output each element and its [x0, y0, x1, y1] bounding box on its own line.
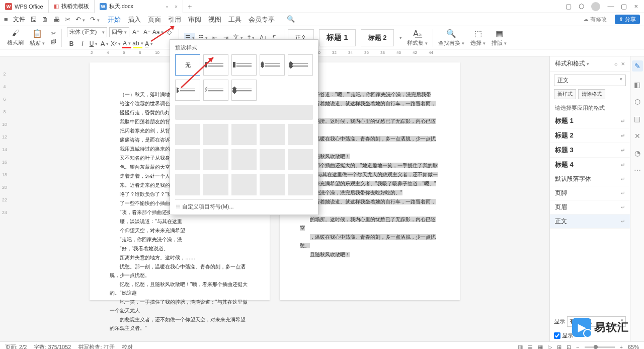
zoom-fit-icon[interactable]: ⊡ [567, 344, 571, 350]
spell-status[interactable]: 拼写检查: 打开 [78, 343, 114, 350]
bullet-placeholder[interactable] [260, 149, 285, 170]
tab-page[interactable]: 页面 [148, 15, 161, 24]
tab-reference[interactable]: 引用 [168, 15, 181, 24]
font-color-icon[interactable]: A▾ [122, 39, 131, 48]
bullet-placeholder[interactable] [288, 149, 313, 170]
bullet-placeholder[interactable] [175, 174, 200, 195]
highlight-icon[interactable]: ab▾ [133, 39, 142, 48]
style-item[interactable]: 默认段落字体↵ [550, 172, 630, 186]
tab-member[interactable]: 会员专享 [249, 15, 275, 24]
style-item[interactable]: 标题 1↵ [550, 114, 630, 128]
page-indicator[interactable]: 页面: 2/2 [5, 343, 27, 350]
tab-review[interactable]: 审阅 [188, 15, 201, 24]
tools-icon[interactable]: ✕ [634, 132, 640, 140]
close-icon[interactable]: × [175, 4, 178, 10]
zoom-slider[interactable] [585, 346, 615, 348]
minimize-icon[interactable]: — [607, 3, 614, 10]
paste-group[interactable]: 📋粘贴▾ [27, 29, 48, 47]
add-tab-button[interactable]: + [183, 3, 196, 11]
layout-button[interactable]: ▦排版▾ [489, 29, 510, 47]
style-item[interactable]: 标题 3↵ [550, 143, 630, 158]
panel-close-icon[interactable]: × [621, 60, 625, 67]
bullet-none[interactable]: 无 [175, 54, 200, 76]
bullet-placeholder[interactable] [260, 174, 285, 195]
properties-icon[interactable]: ◧ [634, 81, 640, 89]
style-item[interactable]: 正文↵ [550, 215, 630, 229]
avatar[interactable] [591, 2, 600, 11]
cube-icon[interactable]: ⬡ [579, 3, 584, 10]
current-style-select[interactable]: 正文▾ [554, 75, 626, 86]
tab-template[interactable]: ◧找稻壳模板 [49, 0, 95, 13]
undo-split-icon[interactable]: ✂ [65, 16, 70, 23]
bullet-hollow-diamond2[interactable] [231, 80, 257, 101]
style-item[interactable]: 标题 4↵ [550, 158, 630, 172]
tab-view[interactable]: 视图 [208, 15, 221, 24]
strike-icon[interactable]: A̶▾ [100, 39, 109, 48]
underline-icon[interactable]: U▾ [89, 39, 98, 48]
redo-icon[interactable]: ↷▾ [90, 16, 100, 23]
bullet-placeholder[interactable] [260, 124, 285, 145]
font-dialog-icon[interactable]: A̲▾ [144, 39, 153, 48]
view-mode-3-icon[interactable]: ▦ [538, 344, 543, 350]
style-item[interactable]: 标题 2↵ [550, 128, 630, 143]
tab-tools[interactable]: 工具 [228, 15, 242, 24]
word-count[interactable]: 字数: 375/1052 [34, 343, 71, 350]
modified-badge[interactable]: ☁有修改 [579, 15, 611, 24]
undo-icon[interactable]: ↶▾ [75, 16, 85, 23]
shrink-font-icon[interactable]: A⁻ [142, 28, 151, 37]
bullet-hollow-diamond[interactable] [288, 54, 313, 76]
style-h2[interactable]: 标题 2 [361, 29, 394, 46]
save-icon[interactable]: 🖫 [30, 16, 37, 23]
new-style-button[interactable]: 新样式 [554, 89, 576, 99]
pin-icon[interactable]: ⟐ [614, 61, 618, 67]
font-select[interactable]: 宋体 (正文)▾ [67, 27, 107, 37]
view-mode-5-icon[interactable]: ⊞ [557, 344, 561, 350]
zoom-in-icon[interactable]: + [620, 344, 623, 349]
more-icon[interactable]: ⋯ [634, 166, 641, 174]
select-button[interactable]: ⬚选择▾ [467, 29, 489, 47]
print-icon[interactable]: 🖶 [53, 16, 60, 23]
style-h1[interactable]: 标题 1 [319, 29, 356, 46]
bullet-disc[interactable] [203, 54, 228, 76]
maximize-icon[interactable]: ▢ [621, 3, 627, 10]
tab-start[interactable]: 开始 [108, 15, 121, 24]
bullet-placeholder[interactable] [231, 124, 257, 145]
file-menu[interactable]: 文件 [13, 15, 25, 24]
bullet-check[interactable] [203, 80, 228, 101]
bullet-placeholder[interactable] [175, 149, 200, 170]
bullet-placeholder[interactable] [231, 174, 257, 195]
super-icon[interactable]: X²▾ [111, 39, 120, 48]
style-item[interactable]: 页脚↵ [550, 186, 630, 200]
grow-font-icon[interactable]: A⁺ [131, 28, 140, 37]
bullet-placeholder[interactable] [203, 174, 228, 195]
view-mode-2-icon[interactable]: ☰ [528, 344, 533, 350]
styleset-button[interactable]: A͟ₐ样式集▾ [404, 29, 431, 47]
cut-icon[interactable]: ✂ [51, 30, 56, 37]
checkbox[interactable] [554, 332, 560, 339]
layers-icon[interactable]: ▤ [634, 115, 640, 123]
bullet-placeholder[interactable] [175, 124, 200, 145]
tab-document[interactable]: W秋天.docx•× [95, 0, 184, 13]
size-select[interactable]: 四号▾ [109, 27, 129, 37]
close-window-icon[interactable]: × [634, 3, 638, 10]
bullet-placeholder[interactable] [231, 149, 257, 170]
zoom-out-icon[interactable]: − [576, 344, 579, 349]
find-replace-button[interactable]: 🔍查找替换▾ [435, 29, 467, 47]
view-mode-1-icon[interactable]: ▥ [518, 344, 523, 350]
copy-icon[interactable]: 🗐 [51, 39, 56, 45]
clear-format-icon[interactable]: ◇ [165, 28, 174, 37]
format-brush-group[interactable]: 🖌格式刷 [4, 29, 27, 46]
shape-icon[interactable]: ⬡ [634, 98, 640, 106]
case-icon[interactable]: Aa▾ [153, 28, 163, 37]
search-icon[interactable]: 🔍 [287, 15, 295, 24]
clear-format-button[interactable]: 清除格式 [578, 89, 605, 99]
bold-icon[interactable]: B [67, 39, 76, 48]
style-item[interactable]: 页眉↵ [550, 200, 630, 215]
tab-insert[interactable]: 插入 [128, 15, 141, 24]
format-pane-icon[interactable]: ✎ [632, 60, 643, 72]
zoom-value[interactable]: 65% [628, 344, 639, 349]
ruler[interactable]: 2468101214161820222426283032343638404244 [0, 49, 644, 56]
hamburger-icon[interactable]: ≡ [4, 16, 8, 23]
bullet-square[interactable] [231, 54, 257, 76]
tab-home[interactable]: WWPS Office [0, 0, 49, 13]
